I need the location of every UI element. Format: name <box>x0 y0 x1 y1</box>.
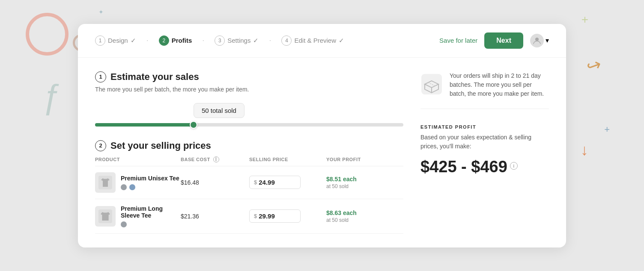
body: 1 Estimate your sales The more you sell … <box>78 58 566 247</box>
sep-2: · <box>202 36 204 45</box>
slider-area: 50 total sold <box>95 103 403 127</box>
base-cost-info-icon[interactable]: i <box>213 156 219 162</box>
product-name-2: Premium Long Sleeve Tee <box>121 205 181 219</box>
profit-each-2: $8.63 each <box>326 209 403 216</box>
save-for-later-button[interactable]: Save for later <box>439 37 477 44</box>
step-4-label: Edit & Preview <box>294 37 336 44</box>
product-base-cost-2: $21.36 <box>181 213 249 220</box>
swatch-1-1 <box>121 184 127 190</box>
step-edit-preview[interactable]: 4 Edit & Preview ✓ <box>281 35 344 46</box>
product-swatches-1 <box>121 184 179 190</box>
right-panel: Your orders will ship in 2 to 21 day bat… <box>420 71 549 234</box>
section2-num: 2 <box>95 140 106 151</box>
table-header: PRODUCT BASE COST i SELLING PRICE YOUR P… <box>95 156 403 166</box>
product-details-1: Premium Unisex Tee <box>121 175 179 190</box>
step-profits[interactable]: 2 Profits <box>159 35 192 46</box>
table-row: Premium Unisex Tee $16.48 $ 24.99 <box>95 166 403 199</box>
selling-price-input-2[interactable]: 29.99 <box>259 212 289 220</box>
col-selling-price: SELLING PRICE <box>249 156 326 162</box>
profit-info-1: $8.51 each at 50 sold <box>326 176 403 189</box>
estimated-profit-label: ESTIMATED PROFIT <box>420 124 549 130</box>
section1-sub: The more you sell per batch, the more yo… <box>95 86 403 93</box>
left-column: 1 Estimate your sales The more you sell … <box>95 71 403 234</box>
profit-at-1: at 50 sold <box>326 183 403 189</box>
avatar-dropdown-icon: ▾ <box>546 36 549 44</box>
header-actions: Save for later Next ▾ <box>439 32 549 49</box>
estimated-profit-section: ESTIMATED PROFIT Based on your sales exp… <box>420 121 549 176</box>
deco-plus-right2: + <box>604 124 610 135</box>
price-input-wrapper-2[interactable]: $ 29.99 <box>249 209 301 223</box>
price-prefix-2: $ <box>254 213 257 219</box>
product-details-2: Premium Long Sleeve Tee <box>121 205 181 227</box>
step-2-num: 2 <box>159 35 169 46</box>
next-button[interactable]: Next <box>484 32 523 49</box>
step-3-num: 3 <box>215 35 225 46</box>
product-info-2: Premium Long Sleeve Tee <box>95 205 181 227</box>
product-base-cost-1: $16.48 <box>181 179 249 186</box>
main-card: 1 Design ✓ · 2 Profits · 3 Settings ✓ · <box>78 24 566 247</box>
profit-range: $425 - $469 i <box>420 158 549 176</box>
outer-wrapper: + ✦ ƒ + ↪ + ↓ 1 Design ✓ · 2 Profits · <box>0 0 644 271</box>
section2-title: 2 Set your selling prices <box>95 140 403 151</box>
step-design[interactable]: 1 Design ✓ <box>95 35 136 46</box>
deco-star: ✦ <box>98 9 104 15</box>
section1-title: 1 Estimate your sales <box>95 71 403 82</box>
avatar <box>530 34 544 47</box>
step-settings[interactable]: 3 Settings ✓ <box>215 35 259 46</box>
selling-price-input-1[interactable]: 24.99 <box>259 179 289 186</box>
col-product: PRODUCT <box>95 156 181 162</box>
product-thumb-2 <box>95 206 116 227</box>
deco-arrow-right: ↪ <box>584 54 604 77</box>
col-base-cost: BASE COST i <box>181 156 249 162</box>
step-3-check: ✓ <box>253 37 259 44</box>
sep-3: · <box>269 36 271 45</box>
step-1-check: ✓ <box>131 37 136 44</box>
header: 1 Design ✓ · 2 Profits · 3 Settings ✓ · <box>78 24 566 58</box>
step-4-check: ✓ <box>339 37 344 44</box>
step-1-label: Design <box>108 37 128 44</box>
steps-nav: 1 Design ✓ · 2 Profits · 3 Settings ✓ · <box>95 35 344 46</box>
price-prefix-1: $ <box>254 179 257 186</box>
profit-range-value: $425 - $469 <box>420 158 507 176</box>
shipping-info: Your orders will ship in 2 to 21 day bat… <box>420 71 549 109</box>
shipping-text: Your orders will ship in 2 to 21 day bat… <box>450 71 549 98</box>
product-swatches-2 <box>121 221 181 227</box>
products-section: 2 Set your selling prices PRODUCT BASE C… <box>95 140 403 234</box>
swatch-2-1 <box>121 221 127 227</box>
product-info-1: Premium Unisex Tee <box>95 172 181 193</box>
section1-num: 1 <box>95 71 106 82</box>
slider-value: 50 <box>202 107 209 114</box>
step-2-label: Profits <box>172 37 192 44</box>
user-avatar-wrapper[interactable]: ▾ <box>530 34 549 47</box>
sep-1: · <box>146 36 149 45</box>
slider-unit: total sold <box>211 107 236 114</box>
estimated-profit-desc: Based on your sales expectation & sellin… <box>420 133 549 151</box>
profit-at-2: at 50 sold <box>326 217 403 223</box>
col-your-profit: YOUR PROFIT <box>326 156 403 162</box>
slider-bubble: 50 total sold <box>194 103 244 118</box>
deco-letter-f: ƒ <box>43 77 62 116</box>
swatch-1-2 <box>129 184 135 190</box>
profit-each-1: $8.51 each <box>326 176 403 183</box>
box-icon <box>420 73 443 97</box>
price-input-wrapper-1[interactable]: $ 24.99 <box>249 176 301 189</box>
profit-info-2: $8.63 each at 50 sold <box>326 209 403 223</box>
step-1-num: 1 <box>95 35 105 46</box>
product-name-1: Premium Unisex Tee <box>121 175 179 182</box>
deco-arrow-down: ↓ <box>581 141 588 159</box>
section2-heading: Set your selling prices <box>110 140 211 151</box>
product-thumb-1 <box>95 172 116 193</box>
deco-circle-pink <box>26 13 69 56</box>
svg-point-0 <box>535 38 539 41</box>
step-3-label: Settings <box>227 37 250 44</box>
section1-heading: Estimate your sales <box>110 71 199 82</box>
table-row: Premium Long Sleeve Tee $21.36 $ 29.99 <box>95 199 403 234</box>
deco-plus-right: + <box>581 13 588 27</box>
profit-info-icon[interactable]: i <box>510 162 518 170</box>
step-4-num: 4 <box>281 35 292 46</box>
